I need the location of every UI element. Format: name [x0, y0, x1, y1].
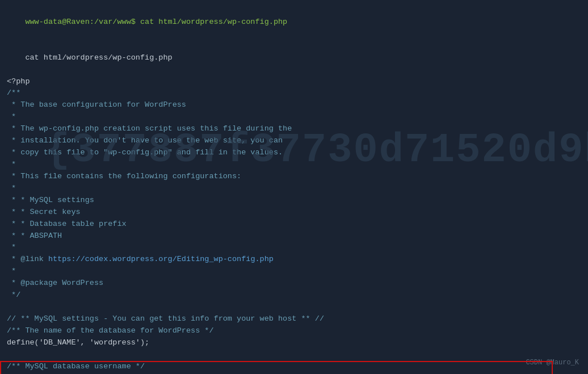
define-db-name: define('DB_NAME', 'wordpress'); — [7, 337, 581, 349]
comment-blank1: * — [7, 111, 581, 123]
prompt-line: www-data@Raven:/var/www$ cat html/wordpr… — [7, 5, 581, 40]
comment-db-name: /** The name of the database for WordPre… — [7, 325, 581, 337]
csdn-credit: CSDN @Mauro_K — [526, 358, 579, 368]
comment-installation: * installation. You don't have to use th… — [7, 135, 581, 147]
prompt-text: www-data@Raven:/var/www$ cat html/wordpr… — [25, 18, 287, 26]
cmd-line: cat html/wordpress/wp-config.php — [7, 40, 581, 76]
comment-blank2: * — [7, 159, 581, 171]
terminal: www-data@Raven:/var/www$ cat html/wordpr… — [0, 0, 588, 374]
comment-docblock-start: /** — [7, 87, 581, 99]
comment-base-config: * The base configuration for WordPress — [7, 99, 581, 111]
comment-blank3: * — [7, 183, 581, 195]
blank-line-1 — [7, 301, 581, 313]
comment-mysql: * * MySQL settings — [7, 195, 581, 207]
blank-line-2 — [7, 349, 581, 361]
comment-secret-keys: * * Secret keys — [7, 207, 581, 218]
cmd-text: cat html/wordpress/wp-config.php — [25, 53, 172, 62]
comment-package: * @package WordPress — [7, 278, 581, 289]
comment-db-prefix: * * Database table prefix — [7, 218, 581, 230]
comment-copy: * copy this file to "wp-config.php" and … — [7, 147, 581, 159]
comment-blank4: * — [7, 242, 581, 254]
comment-abspath: * * ABSPATH — [7, 230, 581, 242]
comment-blank5: * — [7, 266, 581, 278]
php-open-tag: <?php — [7, 76, 581, 88]
comment-db-user: /** MySQL database username */ — [7, 361, 581, 373]
link-url: https://codex.wordpress.org/Editing_wp-c… — [48, 255, 274, 263]
comment-link: * @link https://codex.wordpress.org/Edit… — [7, 254, 581, 266]
comment-contains: * This file contains the following confi… — [7, 171, 581, 183]
comment-docblock-end: */ — [7, 289, 581, 301]
red-box-container: /** MySQL database username */ define('D… — [7, 361, 581, 374]
comment-mysql-settings: // ** MySQL settings - You can get this … — [7, 313, 581, 325]
comment-creation-script: * The wp-config.php creation script uses… — [7, 123, 581, 135]
